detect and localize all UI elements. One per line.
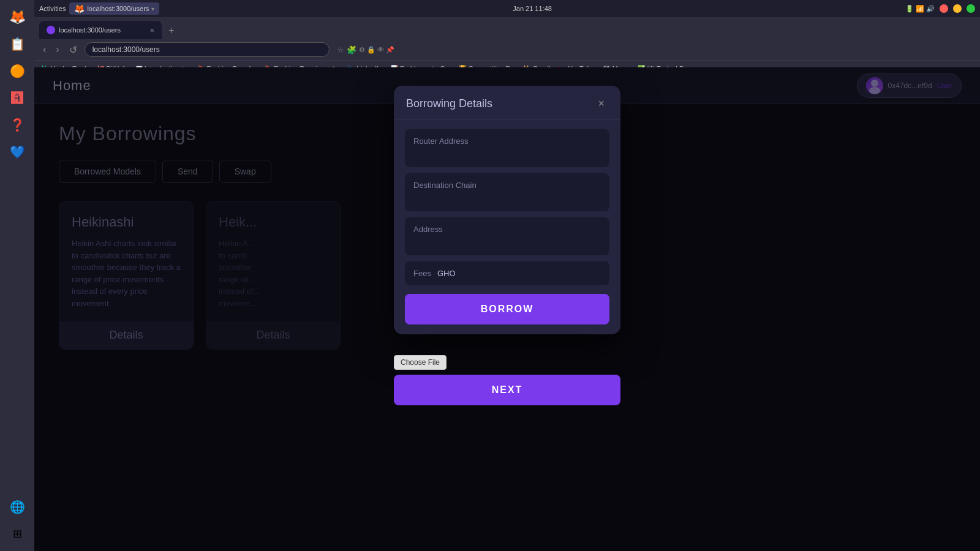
app-content: Home 0x47dc...ef9d User My Borrowings Bo… bbox=[34, 67, 980, 551]
close-btn[interactable] bbox=[940, 4, 948, 13]
datetime-label: Jan 21 11:48 bbox=[513, 5, 552, 12]
chrome-icon[interactable]: 🌐 bbox=[5, 495, 29, 519]
modal-title: Borrowing Details bbox=[406, 97, 492, 110]
bookmark-icon[interactable]: ☆ bbox=[337, 45, 344, 54]
router-address-input[interactable] bbox=[413, 148, 601, 160]
modal-header: Borrowing Details × bbox=[394, 86, 620, 119]
fees-label: Fees bbox=[413, 269, 431, 278]
files-icon[interactable]: 📋 bbox=[5, 32, 29, 56]
tab-bar: localhost:3000/users × + bbox=[34, 17, 980, 39]
borrowing-modal: Borrowing Details × Router Address Desti… bbox=[394, 86, 620, 334]
browser-chrome: Activities 🦊 localhost:3000/users ▾ Jan … bbox=[34, 0, 980, 67]
borrow-button[interactable]: BORROW bbox=[405, 294, 609, 324]
max-btn[interactable] bbox=[967, 4, 975, 13]
firefox-icon[interactable]: 🦊 bbox=[5, 5, 29, 29]
browser-label[interactable]: 🦊 localhost:3000/users ▾ bbox=[69, 2, 159, 15]
below-modal-area: Choose File NEXT bbox=[394, 355, 620, 405]
choose-file-button[interactable]: Choose File bbox=[394, 355, 447, 370]
tab-close-btn[interactable]: × bbox=[149, 26, 154, 35]
address-input[interactable] bbox=[413, 236, 601, 248]
address-field: Address bbox=[405, 217, 609, 255]
modal-close-btn[interactable]: × bbox=[594, 97, 608, 110]
address-label: Address bbox=[413, 225, 601, 234]
apps-icon[interactable]: ⊞ bbox=[5, 522, 29, 546]
main-area: Activities 🦊 localhost:3000/users ▾ Jan … bbox=[34, 0, 980, 551]
destination-chain-input[interactable] bbox=[413, 192, 601, 204]
url-input[interactable] bbox=[85, 42, 330, 57]
appstore-icon[interactable]: 🅰 bbox=[5, 86, 29, 110]
vscode-icon[interactable]: 💙 bbox=[5, 140, 29, 164]
router-address-field: Router Address bbox=[405, 129, 609, 167]
tab-favicon bbox=[47, 26, 55, 34]
toolbar-icon-4[interactable]: 📌 bbox=[386, 46, 394, 54]
toolbar-icon-3[interactable]: 👁 bbox=[377, 46, 384, 54]
modal-body: Router Address Destination Chain Address bbox=[394, 119, 620, 334]
url-bar: ‹ › ↺ ☆ 🧩 ⚙ 🔒 👁 📌 bbox=[34, 39, 980, 60]
forward-button[interactable]: › bbox=[53, 43, 61, 56]
back-button[interactable]: ‹ bbox=[40, 43, 48, 56]
router-address-label: Router Address bbox=[413, 137, 601, 146]
tab-label: localhost:3000/users bbox=[59, 26, 121, 34]
browser-tab-active[interactable]: localhost:3000/users × bbox=[39, 21, 162, 39]
fees-row: Fees GHO bbox=[405, 261, 609, 285]
help-icon[interactable]: ❓ bbox=[5, 113, 29, 137]
min-btn[interactable] bbox=[953, 4, 962, 13]
window-controls: 🔋 📶 🔊 bbox=[905, 4, 975, 13]
toolbar-icon-1[interactable]: ⚙ bbox=[359, 46, 365, 54]
window-bar: Activities 🦊 localhost:3000/users ▾ Jan … bbox=[34, 0, 980, 17]
reload-button[interactable]: ↺ bbox=[67, 43, 80, 57]
fees-value: GHO bbox=[437, 269, 456, 278]
url-icons: ☆ 🧩 ⚙ 🔒 👁 📌 bbox=[337, 45, 394, 54]
sidebar: 🦊 📋 🟠 🅰 ❓ 💙 🌐 ⊞ bbox=[0, 0, 34, 551]
window-bar-left: Activities 🦊 localhost:3000/users ▾ bbox=[39, 2, 159, 15]
activities-label[interactable]: Activities bbox=[39, 5, 66, 12]
destination-chain-label: Destination Chain bbox=[413, 181, 601, 190]
extensions-icon[interactable]: 🧩 bbox=[347, 45, 356, 54]
new-tab-btn[interactable]: + bbox=[163, 22, 180, 39]
toolbar-icon-2[interactable]: 🔒 bbox=[367, 46, 375, 54]
ubuntu-icon[interactable]: 🟠 bbox=[5, 59, 29, 83]
destination-chain-field: Destination Chain bbox=[405, 173, 609, 211]
next-button[interactable]: NEXT bbox=[394, 375, 620, 405]
modal-overlay: Borrowing Details × Router Address Desti… bbox=[34, 67, 980, 551]
